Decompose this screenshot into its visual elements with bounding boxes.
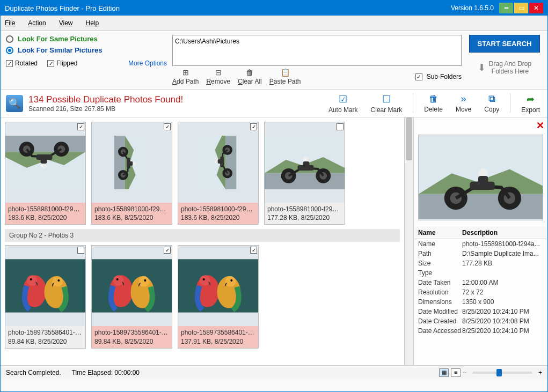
- svg-rect-1: [5, 136, 85, 152]
- window-maximize-button[interactable]: ▭: [514, 3, 528, 13]
- thumbnail-image: [92, 246, 172, 326]
- paste-path-button[interactable]: 📋Paste Path: [269, 68, 301, 85]
- zoom-slider[interactable]: [473, 372, 532, 374]
- thumbnail-image: [178, 122, 258, 203]
- thumbnail-checkbox[interactable]: [77, 247, 84, 254]
- thumbnail-item[interactable]: photo-1558981000-f294a... 177.28 KB, 8/2…: [264, 122, 345, 225]
- zoom-in-button[interactable]: +: [538, 369, 542, 376]
- copy-icon: ⧉: [488, 93, 495, 105]
- app-title: Duplicate Photos Finder - Pro Edition: [5, 4, 120, 12]
- thumbnail-image: [5, 246, 85, 326]
- thumbnail-item[interactable]: photo-1558981000-f294a... 183.6 KB, 8/25…: [91, 122, 172, 225]
- delete-button[interactable]: 🗑Delete: [422, 93, 445, 114]
- view-thumbnails-button[interactable]: ▦: [439, 368, 449, 377]
- svg-point-58: [203, 278, 205, 280]
- results-subtitle: Scanned 216, Size 267.85 MB: [28, 105, 183, 113]
- window-close-button[interactable]: ✕: [529, 3, 543, 13]
- export-button[interactable]: ➦Export: [519, 93, 542, 114]
- auto-mark-button[interactable]: ☑Auto Mark: [326, 93, 360, 114]
- magnifier-icon: 🔍: [6, 95, 23, 112]
- thumbnail-gallery: photo-1558981000-f294a... 183.6 KB, 8/25…: [1, 117, 404, 365]
- radio-similar-pictures[interactable]: Look For Similar Pictures: [6, 46, 167, 54]
- radio-icon: [6, 35, 13, 43]
- svg-point-50: [113, 276, 124, 286]
- path-list[interactable]: C:\Users\Ashi\Pictures: [172, 35, 462, 66]
- close-panel-button[interactable]: ✕: [536, 120, 544, 131]
- start-search-button[interactable]: START SEARCH: [469, 35, 540, 53]
- thumbnail-info: photo-1558981000-f294a... 177.28 KB, 8/2…: [265, 203, 345, 224]
- svg-rect-39: [303, 161, 310, 169]
- thumbnail-item[interactable]: photo-1558981000-f294a... 183.6 KB, 8/25…: [178, 122, 259, 225]
- group-header[interactable]: Group No 2 - Photos 3: [5, 229, 400, 242]
- menu-view[interactable]: View: [59, 19, 73, 27]
- radio-icon: [6, 47, 13, 54]
- property-row: Size 177.28 KB: [415, 258, 546, 268]
- property-row: Date Created 8/25/2020 10:24:08 PM: [415, 316, 546, 326]
- view-list-button[interactable]: ≡: [451, 368, 461, 377]
- thumbnail-info: photo-1558981000-f294a... 183.6 KB, 8/25…: [178, 203, 258, 224]
- svg-point-46: [57, 279, 60, 282]
- svg-point-52: [138, 276, 149, 287]
- checkbox-flipped[interactable]: Flipped: [47, 60, 77, 67]
- svg-point-45: [52, 276, 63, 287]
- svg-rect-31: [265, 173, 345, 189]
- thumbnail-info: photo-1558981000-f294a... 183.6 KB, 8/25…: [5, 203, 85, 224]
- thumbnail-checkbox[interactable]: [164, 123, 171, 130]
- thumbnail-item[interactable]: photo-1589735586401-dc... 89.84 KB, 8/25…: [91, 245, 172, 348]
- radio-same-pictures[interactable]: Look For Same Pictures: [6, 35, 167, 43]
- clipboard-icon: 📋: [281, 68, 290, 77]
- menu-file[interactable]: File: [5, 19, 15, 27]
- status-bar: Search Completed. Time Elapsed: 00:00:00…: [1, 365, 547, 379]
- property-row: Type: [415, 268, 546, 278]
- minus-icon: ⊟: [215, 68, 222, 77]
- thumbnail-info: photo-1589735586401-dc... 89.84 KB, 8/25…: [92, 326, 172, 347]
- svg-point-44: [30, 278, 32, 280]
- thumbnail-checkbox[interactable]: [250, 123, 257, 130]
- results-bar: 🔍 134 Possible Duplicate Photos Found! S…: [1, 90, 547, 117]
- thumbnail-item[interactable]: photo-1558981000-f294a... 183.6 KB, 8/25…: [5, 122, 86, 225]
- property-row: Resolution 72 x 72: [415, 287, 546, 297]
- svg-point-57: [200, 276, 210, 286]
- property-row: Dimensions 1350 x 900: [415, 297, 546, 307]
- svg-point-60: [230, 279, 232, 282]
- status-elapsed: Time Elapsed: 00:00:00: [72, 369, 140, 376]
- thumbnail-checkbox[interactable]: [250, 247, 257, 254]
- property-row: Name photo-1558981000-f294a...: [415, 239, 546, 249]
- svg-rect-70: [478, 176, 488, 188]
- svg-rect-19: [128, 161, 133, 166]
- checkbox-subfolders[interactable]: Sub-Folders: [415, 73, 462, 80]
- add-path-button[interactable]: ⊞Add Path: [172, 68, 199, 85]
- thumbnail-checkbox[interactable]: [164, 247, 171, 254]
- svg-point-59: [225, 276, 236, 287]
- thumbnail-image: [265, 122, 345, 203]
- thumbnail-image: [178, 246, 258, 326]
- square-icon: ☐: [382, 93, 391, 105]
- results-title: 134 Possible Duplicate Photos Found!: [28, 94, 183, 105]
- clear-all-button[interactable]: 🗑Clear All: [238, 68, 262, 85]
- remove-path-button[interactable]: ⊟Remove: [206, 68, 230, 85]
- thumbnail-image: [5, 122, 85, 203]
- thumbnail-image: [92, 122, 172, 203]
- check-icon: ☑: [339, 93, 347, 105]
- menu-help[interactable]: Help: [86, 19, 99, 27]
- vertical-scrollbar[interactable]: [404, 117, 413, 365]
- move-button[interactable]: »Move: [454, 93, 473, 114]
- menu-action[interactable]: Action: [28, 19, 46, 27]
- window-minimize-button[interactable]: ━: [499, 3, 513, 13]
- svg-rect-21: [225, 136, 236, 189]
- preview-panel: ✕ NameDescription Name photo-1558981000-…: [413, 117, 547, 365]
- thumbnail-item[interactable]: photo-1589735586401-dc... 89.84 KB, 8/25…: [5, 245, 86, 348]
- svg-rect-11: [114, 136, 125, 189]
- more-options-link[interactable]: More Options: [128, 60, 167, 67]
- preview-image: [418, 135, 543, 220]
- checkbox-rotated[interactable]: Rotated: [6, 60, 38, 67]
- thumbnail-info: photo-1589735586401-dc... 137.91 KB, 8/2…: [178, 326, 258, 347]
- export-icon: ➦: [527, 93, 535, 105]
- thumbnail-info: photo-1558981000-f294a... 183.6 KB, 8/25…: [92, 203, 172, 224]
- clear-mark-button[interactable]: ☐Clear Mark: [369, 93, 405, 114]
- plus-icon: ⊞: [182, 68, 189, 77]
- copy-button[interactable]: ⧉Copy: [482, 93, 501, 114]
- trash-icon: 🗑: [429, 93, 439, 105]
- thumbnail-item[interactable]: photo-1589735586401-dc... 137.91 KB, 8/2…: [178, 245, 259, 348]
- zoom-out-button[interactable]: –: [463, 369, 466, 376]
